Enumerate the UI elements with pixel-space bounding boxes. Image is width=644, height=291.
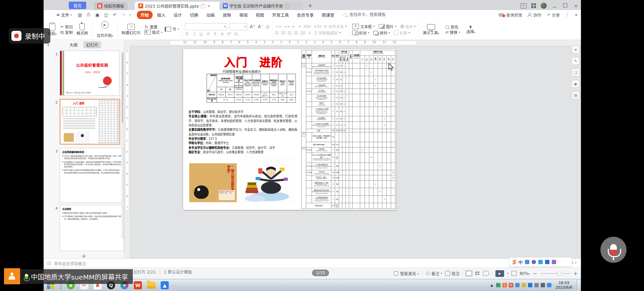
menu-tab-放映[interactable]: 放映 — [219, 11, 235, 19]
blue-app-icon[interactable]: ▲ — [159, 280, 170, 290]
cut-button[interactable]: ✂剪切 — [60, 24, 73, 30]
format-painter-button[interactable]: 格式刷 — [75, 23, 90, 36]
numbering-icon[interactable]: ≕▾ — [283, 24, 289, 29]
show-desktop-button[interactable] — [577, 280, 580, 291]
smart-beautify-button[interactable]: 智能美化▴ — [394, 271, 419, 276]
command-search-input[interactable] — [349, 12, 407, 17]
copy-button[interactable]: ⧉复制 — [60, 30, 73, 35]
zoom-slider[interactable] — [540, 273, 570, 274]
slideshow-options-icon[interactable]: ▾ — [507, 272, 508, 275]
presentation-tools-button[interactable]: 演示工具▾ — [421, 23, 441, 36]
ime-mode-indicator[interactable]: 中 — [518, 259, 523, 265]
user-avatar[interactable] — [541, 3, 547, 9]
zoom-level[interactable]: 80%▾ — [520, 271, 530, 276]
align-left-icon[interactable] — [275, 31, 279, 35]
ime-mic-icon[interactable] — [532, 260, 536, 264]
apps-grid-icon[interactable] — [531, 3, 536, 8]
font-tool-A[interactable]: A — [220, 31, 225, 36]
menu-tab-审阅[interactable]: 审阅 — [235, 11, 251, 19]
notes-bar[interactable]: 单击此处添加备注 ••• — [44, 258, 581, 268]
align-center-icon[interactable] — [281, 31, 285, 35]
menu-tab-设计[interactable]: 设计 — [170, 11, 185, 19]
section-button[interactable]: 节▾ — [165, 26, 179, 32]
ime-toolbar[interactable]: S 中 — [509, 257, 572, 267]
decrease-font-icon[interactable]: A⁻ — [258, 24, 264, 29]
slide-thumbnail-3[interactable]: 应急预案编制演练系统 学生在上课的时候普遍会存在参与度低、师生互动沟通不畅问题。… — [60, 148, 124, 203]
font-tool-X²[interactable]: X² — [227, 31, 232, 36]
add-slide-button[interactable]: + — [44, 252, 124, 260]
font-tool-S[interactable]: S — [213, 31, 218, 36]
font-size-select[interactable]: ▾ — [229, 23, 248, 30]
tab-writer-doc[interactable]: W 学生版 实训软件产品操作手册 ! — [219, 2, 303, 10]
ime-skin-icon[interactable] — [545, 260, 549, 264]
notes-toggle-button[interactable]: 备注▾ — [426, 271, 442, 276]
tab-slides[interactable]: 幻灯片 — [84, 41, 101, 48]
tray-volume-icon[interactable] — [541, 283, 545, 287]
reading-view-toggle-icon[interactable] — [483, 271, 489, 276]
file-explorer-icon[interactable] — [146, 280, 157, 290]
tray-av-icon[interactable] — [522, 283, 526, 287]
panel-scrollbar[interactable] — [121, 51, 124, 239]
window-mode-icon[interactable]: 2 — [521, 3, 527, 8]
tab-home[interactable]: 首页 — [69, 2, 86, 9]
minimize-button[interactable] — [553, 7, 556, 7]
outline-button[interactable]: 轮廓▾ — [394, 30, 410, 36]
text-direction-icon[interactable]: AB▾ — [303, 24, 311, 29]
replace-button[interactable]: ⇄替换▾ — [445, 30, 460, 35]
slide-editing-area[interactable]: 入门 进阶 行政管理专业课程分类统计 课程类别统计通识教育课程Liberal E… — [183, 49, 396, 210]
notes-page-icon[interactable]: ▤ — [572, 92, 579, 99]
normal-view-icon[interactable] — [466, 271, 472, 276]
font-tool-X₂[interactable]: X₂ — [234, 31, 239, 36]
new-tab-button[interactable]: + — [308, 2, 312, 9]
zoom-out-button[interactable]: − — [533, 271, 537, 277]
close-button[interactable]: × — [573, 3, 579, 8]
align-right-icon[interactable] — [288, 31, 291, 35]
file-menu[interactable]: ≡ 文件 ▾ — [56, 12, 72, 18]
font-family-select[interactable]: ▾ — [185, 23, 227, 30]
wps-office-icon[interactable]: W — [132, 280, 144, 290]
start-from-page-button[interactable]: ▶ 当页开始▾ — [95, 20, 115, 39]
save-icon[interactable]: ▤ — [77, 12, 83, 17]
justify-icon[interactable] — [294, 31, 298, 35]
curriculum-detail-table[interactable]: 课程类别Classification课程编号Code课程名称Course Nam… — [301, 50, 395, 209]
comments-button[interactable]: 批注 — [445, 271, 460, 276]
quick-toolbar-more-icon[interactable]: ▾ — [129, 13, 131, 16]
tray-security-icon[interactable] — [496, 283, 500, 287]
slide-thumbnail-1[interactable]: 公共组织管理实践 主讲人：龚雪芝 我们以什么“姿态”融入社会工作领域？ — [60, 51, 119, 96]
ime-pen-icon[interactable] — [525, 260, 529, 264]
layout-button[interactable]: 版式▾ — [145, 30, 162, 35]
slide-thumbnail-2-selected[interactable]: 入门 进阶 — [60, 99, 120, 144]
line-spacing-icon[interactable]: ↕A▾ — [313, 24, 321, 29]
cloud-status[interactable]: 查询异常 — [498, 12, 522, 18]
slide-thumbnail-4[interactable]: 实训案例 模拟市发生的I级特大地震火灾进行公共危机的展开与处置。学生需要填写完善… — [60, 205, 124, 251]
program-info-text[interactable]: 主干学科：公共管理、政治学、理论经济学专业核心课程：中外政治思想史、当代中国政府… — [189, 110, 297, 155]
picture-button[interactable]: 图片▾ — [379, 24, 396, 29]
maximize-button[interactable] — [563, 3, 567, 7]
menu-tab-插入[interactable]: 插入 — [153, 11, 169, 19]
tray-flag-icon[interactable] — [547, 283, 551, 287]
select-button[interactable]: 选择▾ — [465, 24, 477, 35]
menu-tab-切换[interactable]: 切换 — [186, 11, 202, 19]
increase-font-icon[interactable]: A⁺ — [250, 24, 256, 29]
font-tool-U[interactable]: U — [199, 31, 204, 36]
tab-current-presentation[interactable]: P 2023 公共组织管理实践.pptx ! × — [135, 2, 221, 10]
reading-view-icon[interactable]: ❏ — [572, 69, 579, 76]
tray-sogou-icon[interactable]: S — [502, 283, 507, 287]
pen-annotate-icon[interactable]: ✎ — [572, 57, 579, 65]
scroll-handle-icon[interactable]: ≡ — [572, 46, 579, 53]
share-app-icon[interactable] — [4, 268, 20, 284]
ime-keyboard-icon[interactable] — [538, 260, 543, 264]
bullets-icon[interactable]: ≔▾ — [275, 24, 281, 29]
slide-sorter-view-icon[interactable] — [475, 271, 480, 276]
doc-info-icon2[interactable]: ! — [285, 4, 289, 8]
command-search[interactable] — [343, 12, 412, 17]
zoom-slider-knob[interactable] — [557, 272, 562, 276]
clear-format-icon[interactable]: ◇ — [266, 24, 270, 29]
doc-info-icon[interactable]: ! — [201, 4, 205, 8]
more-menu-icon[interactable]: ⋮ — [565, 12, 569, 17]
redo-icon[interactable]: ↷ — [121, 12, 126, 17]
decrease-indent-icon[interactable]: ⇤ — [292, 24, 295, 29]
to-smart-graphic-button[interactable]: ◳转智能图形▾ — [314, 30, 341, 36]
font-tool-A[interactable]: A — [206, 31, 211, 36]
slide-subtitle[interactable]: 行政管理专业课程分类统计 — [186, 69, 297, 74]
